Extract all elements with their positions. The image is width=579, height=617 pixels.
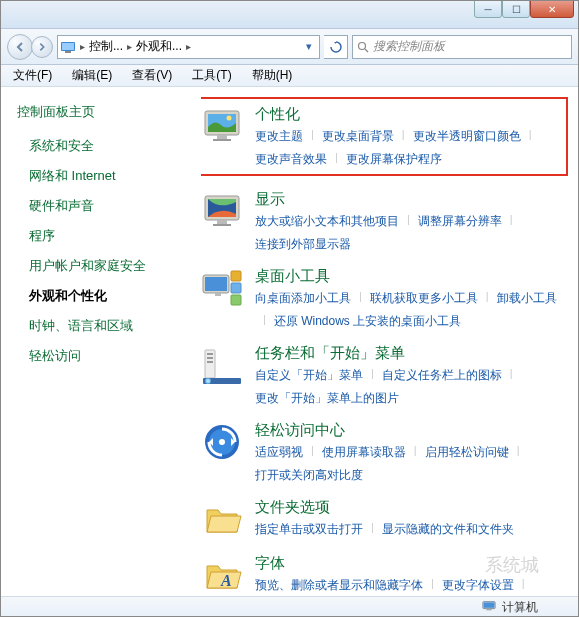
svg-rect-15 [205,277,227,291]
category-link[interactable]: 向桌面添加小工具 [255,290,351,307]
category-link[interactable]: 更改声音效果 [255,151,327,168]
sidebar-home[interactable]: 控制面板主页 [17,103,193,121]
category-link[interactable]: 调整屏幕分辨率 [418,213,502,230]
menu-file[interactable]: 文件(F) [5,65,60,86]
link-separator: | [423,577,442,594]
close-button[interactable]: ✕ [530,0,574,18]
maximize-button[interactable]: ☐ [502,0,530,18]
link-separator: | [303,128,322,145]
sidebar-item[interactable]: 系统和安全 [29,137,193,155]
category-icon[interactable] [201,498,243,540]
main-panel: 个性化更改主题|更改桌面背景|更改半透明窗口颜色|更改声音效果|更改屏幕保护程序… [201,87,578,596]
sidebar-item[interactable]: 网络和 Internet [29,167,193,185]
sidebar-item[interactable]: 外观和个性化 [29,287,193,305]
sidebar-item[interactable]: 硬件和声音 [29,197,193,215]
link-separator: | [509,444,528,461]
category-link[interactable]: 预览、删除或者显示和隐藏字体 [255,577,423,594]
sidebar-item[interactable]: 程序 [29,227,193,245]
category-link[interactable]: 连接到外部显示器 [255,236,351,253]
category-links: 放大或缩小文本和其他项目|调整屏幕分辨率|连接到外部显示器 [255,213,570,253]
menu-edit[interactable]: 编辑(E) [64,65,120,86]
link-separator: | [303,444,322,461]
menu-tools[interactable]: 工具(T) [184,65,239,86]
category-links: 自定义「开始」菜单|自定义任务栏上的图标|更改「开始」菜单上的图片 [255,367,570,407]
link-separator: | [406,444,425,461]
sidebar-item[interactable]: 轻松访问 [29,347,193,365]
category-link[interactable]: 更改半透明窗口颜色 [413,128,521,145]
svg-rect-12 [217,220,227,224]
search-input[interactable]: 搜索控制面板 [352,35,572,59]
menu-help[interactable]: 帮助(H) [244,65,301,86]
status-label: 计算机 [502,599,538,616]
category-link[interactable]: 适应弱视 [255,444,303,461]
category-link[interactable]: 打开或关闭高对比度 [255,467,363,484]
computer-icon [482,599,496,616]
category-link[interactable]: 还原 Windows 上安装的桌面小工具 [274,313,461,330]
category-link[interactable]: 指定单击或双击打开 [255,521,363,538]
category-link[interactable]: 更改字体设置 [442,577,514,594]
link-separator: | [399,213,418,230]
category-icon[interactable] [201,344,243,386]
category-icon[interactable] [201,421,243,463]
category-link[interactable]: 更改「开始」菜单上的图片 [255,390,399,407]
category-title[interactable]: 字体 [255,554,570,573]
breadcrumb-seg[interactable]: 外观和... [136,38,182,55]
svg-rect-34 [486,609,491,611]
category-body: 任务栏和「开始」菜单自定义「开始」菜单|自定义任务栏上的图标|更改「开始」菜单上… [255,344,570,407]
link-separator: | [394,128,413,145]
category-link[interactable]: 启用轻松访问键 [425,444,509,461]
forward-button[interactable] [31,36,53,58]
svg-rect-17 [231,271,241,281]
category-links: 适应弱视|使用屏幕读取器|启用轻松访问键|打开或关闭高对比度 [255,444,570,484]
category-title[interactable]: 桌面小工具 [255,267,570,286]
statusbar: 计算机 [1,596,578,617]
menu-view[interactable]: 查看(V) [124,65,180,86]
category-link[interactable]: 使用屏幕读取器 [322,444,406,461]
category-title[interactable]: 轻松访问中心 [255,421,570,440]
breadcrumb-sep: ▸ [184,41,193,52]
svg-point-3 [359,42,366,49]
category-link[interactable]: 联机获取更多小工具 [370,290,478,307]
category-link[interactable]: 卸载小工具 [497,290,557,307]
back-button[interactable] [7,34,33,60]
navbar: ▸ 控制... ▸ 外观和... ▸ ▾ 搜索控制面板 [1,29,578,65]
category-title[interactable]: 个性化 [255,105,562,124]
svg-rect-1 [62,43,74,50]
svg-rect-23 [207,361,213,363]
category-icon[interactable] [201,190,243,232]
category-icon[interactable]: A [201,554,243,596]
category-links: 更改主题|更改桌面背景|更改半透明窗口颜色|更改声音效果|更改屏幕保护程序 [255,128,562,168]
category-link[interactable]: 显示隐藏的文件和文件夹 [382,521,514,538]
control-panel-icon [60,39,76,55]
search-placeholder: 搜索控制面板 [373,38,445,55]
svg-rect-2 [65,51,71,53]
link-separator: | [363,521,382,538]
category-link[interactable]: 自定义「开始」菜单 [255,367,363,384]
category-link[interactable]: 更改屏幕保护程序 [346,151,442,168]
category: 桌面小工具向桌面添加小工具|联机获取更多小工具|卸载小工具|还原 Windows… [201,267,570,330]
category-icon[interactable] [201,105,243,147]
category-link[interactable]: 更改主题 [255,128,303,145]
category: 轻松访问中心适应弱视|使用屏幕读取器|启用轻松访问键|打开或关闭高对比度 [201,421,570,484]
category-title[interactable]: 任务栏和「开始」菜单 [255,344,570,363]
category-icon[interactable] [201,267,243,309]
category-link[interactable]: 自定义任务栏上的图标 [382,367,502,384]
category-body: 字体预览、删除或者显示和隐藏字体|更改字体设置|调整 ClearType 文本 [255,554,570,596]
menubar: 文件(F) 编辑(E) 查看(V) 工具(T) 帮助(H) [1,65,578,87]
breadcrumb-seg[interactable]: 控制... [89,38,123,55]
address-bar[interactable]: ▸ 控制... ▸ 外观和... ▸ ▾ [57,35,320,59]
category-title[interactable]: 显示 [255,190,570,209]
svg-point-30 [219,439,225,445]
minimize-button[interactable]: ─ [474,0,502,18]
svg-rect-13 [213,224,231,226]
sidebar-item[interactable]: 时钟、语言和区域 [29,317,193,335]
category-link[interactable]: 更改桌面背景 [322,128,394,145]
dropdown-icon[interactable]: ▾ [301,39,317,55]
category-link[interactable]: 放大或缩小文本和其他项目 [255,213,399,230]
sidebar-item[interactable]: 用户帐户和家庭安全 [29,257,193,275]
svg-rect-16 [215,293,221,296]
svg-rect-19 [231,295,241,305]
category-title[interactable]: 文件夹选项 [255,498,570,517]
category-links: 预览、删除或者显示和隐藏字体|更改字体设置|调整 ClearType 文本 [255,577,570,596]
refresh-button[interactable] [324,35,348,59]
